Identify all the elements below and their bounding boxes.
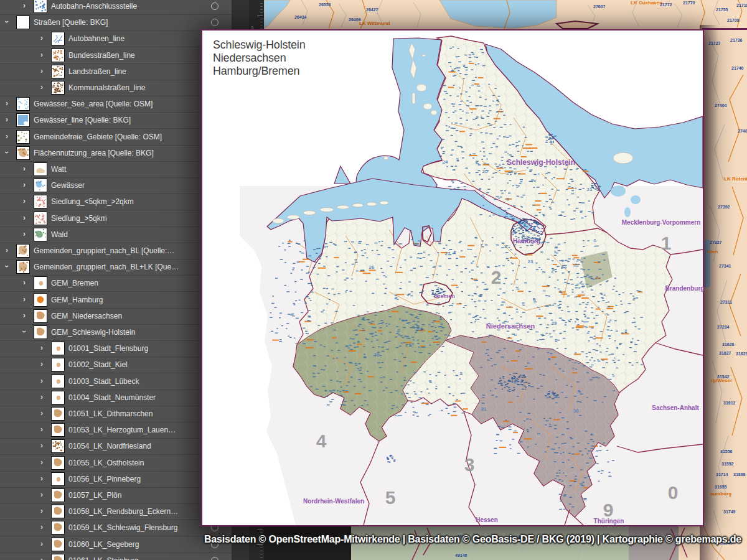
layer-label: GEM_Schleswig-Holstein: [51, 328, 135, 337]
layer-row[interactable]: ›01053_LK_Herzogtum_Lauen…: [0, 422, 232, 439]
chevron-right-icon[interactable]: ›: [39, 441, 45, 450]
target-circle-icon[interactable]: [211, 2, 218, 10]
layer-row[interactable]: ›Gewässer_See_area [Quelle: OSM]: [0, 96, 232, 113]
chevron-down-icon[interactable]: ›: [2, 149, 11, 156]
layer-label: Gewässer_See_area [Quelle: OSM]: [34, 100, 153, 108]
layer-row[interactable]: ›01060_LK_Segeberg: [0, 536, 232, 553]
layer-thumbnail-icon: [51, 65, 65, 78]
chevron-right-icon[interactable]: ›: [21, 311, 27, 320]
layer-row[interactable]: ›GEM_Bremen: [0, 275, 232, 292]
chevron-right-icon[interactable]: ›: [21, 197, 27, 205]
layer-row[interactable]: ›Gewässer: [0, 177, 232, 194]
layer-row[interactable]: ›Bundesstraßen_line: [0, 47, 232, 64]
chevron-right-icon[interactable]: ›: [4, 115, 10, 124]
ruler-tick: [257, 529, 263, 530]
chevron-right-icon[interactable]: ›: [4, 99, 10, 108]
layer-row[interactable]: ›Gemeinden_gruppiert_nach_BL+LK [Que…: [0, 259, 232, 276]
layer-row[interactable]: ›Landstraßen_line: [0, 63, 232, 80]
layer-row[interactable]: ›Gemeinden_gruppiert_nach_BL [Quelle:…: [0, 243, 232, 259]
chevron-right-icon[interactable]: ›: [39, 34, 45, 42]
background-plz-label: 27392: [718, 205, 730, 209]
background-plz-label: 31626: [722, 342, 734, 347]
layer-row[interactable]: ›01051_LK_Dithmarschen: [0, 406, 232, 422]
layer-row[interactable]: ›Straßen [Quelle: BKG]: [0, 14, 232, 31]
layer-row[interactable]: ›Watt: [0, 161, 232, 178]
chevron-right-icon[interactable]: ›: [39, 523, 45, 531]
chevron-right-icon[interactable]: ›: [21, 180, 27, 189]
chevron-right-icon[interactable]: ›: [39, 458, 45, 467]
layer-row[interactable]: ›Wald: [0, 226, 232, 243]
layer-row[interactable]: ›GEM_Niedersachsen: [0, 308, 232, 325]
layer-row[interactable]: ›01058_LK_Rendsburg_Eckern…: [0, 503, 232, 520]
layer-row[interactable]: ›01001_Stadt_Flensburg: [0, 340, 232, 357]
layer-row[interactable]: ›Gewässer_line [Quelle: BKG]: [0, 112, 232, 129]
layer-thumbnail-icon: [51, 521, 65, 534]
background-plz-label: 27404: [715, 103, 726, 108]
ruler-tick: [260, 6, 263, 7]
chevron-right-icon[interactable]: ›: [21, 1, 27, 10]
chevron-right-icon[interactable]: ›: [39, 343, 45, 352]
chevron-right-icon[interactable]: ›: [21, 213, 27, 222]
layer-thumbnail-icon: [51, 49, 65, 62]
chevron-right-icon[interactable]: ›: [39, 409, 45, 418]
district-code-label: 70: [374, 352, 380, 358]
target-circle-icon[interactable]: [211, 19, 218, 26]
chevron-down-icon[interactable]: ›: [20, 329, 29, 335]
layer-row[interactable]: ›Autobahnen_line: [0, 30, 232, 47]
background-lk-label: rden: [707, 249, 718, 254]
chevron-right-icon[interactable]: ›: [21, 164, 27, 173]
layer-row[interactable]: ›01056_LK_Pinneberg: [0, 471, 232, 488]
layer-row[interactable]: ›01057_LK_Plön: [0, 487, 232, 504]
layer-row[interactable]: ›Autobahn-Anschlussstelle: [0, 0, 232, 15]
background-plz-label: 27234: [717, 325, 729, 329]
target-circle-icon[interactable]: [211, 557, 218, 560]
chevron-right-icon[interactable]: ›: [21, 295, 27, 304]
layer-row[interactable]: ›Gemeindefreie_Gebiete [Quelle: OSM]: [0, 129, 232, 146]
chevron-right-icon[interactable]: ›: [39, 556, 45, 560]
chevron-right-icon[interactable]: ›: [4, 246, 10, 254]
chevron-down-icon[interactable]: ›: [2, 19, 11, 25]
chevron-down-icon[interactable]: ›: [2, 263, 11, 269]
chevron-right-icon[interactable]: ›: [39, 83, 45, 91]
layer-row[interactable]: ›01061_LK_Steinburg: [0, 553, 232, 560]
chevron-right-icon[interactable]: ›: [21, 230, 27, 238]
layer-label: 01002_Stadt_Kiel: [68, 360, 128, 369]
district-code-label: 31: [481, 406, 487, 412]
layer-row[interactable]: ›Siedlung_>5qkm: [0, 210, 232, 227]
layer-row[interactable]: ›Flächennutzung_area [Quelle: BKG]: [0, 145, 232, 162]
chevron-right-icon[interactable]: ›: [39, 393, 45, 401]
chevron-right-icon[interactable]: ›: [39, 506, 45, 515]
layer-row[interactable]: ›01003_Stadt_Lübeck: [0, 373, 232, 390]
chevron-right-icon[interactable]: ›: [39, 360, 45, 368]
chevron-right-icon[interactable]: ›: [39, 376, 45, 385]
chevron-right-icon[interactable]: ›: [39, 474, 45, 483]
layer-thumbnail-icon: [34, 195, 47, 208]
layer-thumbnail-icon: [34, 228, 47, 241]
layer-row[interactable]: ›01002_Stadt_Kiel: [0, 357, 232, 373]
background-plz-label: 31556: [720, 449, 732, 454]
chevron-right-icon[interactable]: ›: [21, 278, 27, 287]
layer-row[interactable]: ›01054_LK_Nordfriesland: [0, 438, 232, 455]
layer-row[interactable]: ›GEM_Hamburg: [0, 292, 232, 309]
layer-label: Watt: [51, 165, 66, 174]
chevron-right-icon[interactable]: ›: [4, 132, 10, 141]
layer-label: Gemeinden_gruppiert_nach_BL [Quelle:…: [34, 246, 174, 255]
layer-row[interactable]: ›Siedlung_<5qkm_>2qkm: [0, 194, 232, 210]
state-label: Mecklenburg-Vorpommern: [622, 219, 701, 226]
layer-row[interactable]: ›01004_Stadt_Neumünster: [0, 390, 232, 406]
layer-row[interactable]: ›Kommunalstraßen_line: [0, 80, 232, 96]
chevron-right-icon[interactable]: ›: [39, 539, 45, 548]
artboard-number: 1: [661, 233, 672, 254]
background-plz-label: 27404: [738, 129, 747, 133]
layer-label: 01056_LK_Pinneberg: [68, 475, 141, 483]
layer-row[interactable]: ›01059_LK_Schleswig_Flensburg: [0, 520, 232, 536]
layer-row[interactable]: ›01055_LK_Ostholstein: [0, 455, 232, 472]
chevron-right-icon[interactable]: ›: [39, 50, 45, 59]
layer-thumbnail-icon: [51, 472, 65, 486]
chevron-right-icon[interactable]: ›: [39, 67, 45, 75]
ruler-tick: [257, 16, 263, 16]
title-line-1: Schleswig-Holstein: [213, 39, 305, 52]
chevron-right-icon[interactable]: ›: [39, 490, 45, 499]
layer-row[interactable]: ›GEM_Schleswig-Holstein: [0, 324, 232, 341]
chevron-right-icon[interactable]: ›: [39, 425, 45, 434]
